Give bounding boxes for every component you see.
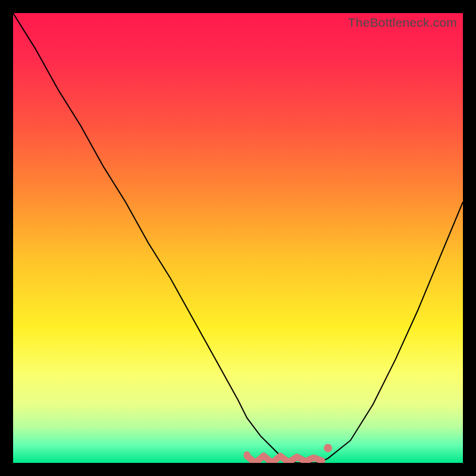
bottleneck-plot — [13, 13, 463, 463]
marker-dot — [324, 444, 332, 452]
optimal-range-marker — [247, 455, 322, 463]
bottleneck-curve — [13, 13, 463, 463]
chart-area: TheBottleneck.com — [13, 13, 463, 463]
